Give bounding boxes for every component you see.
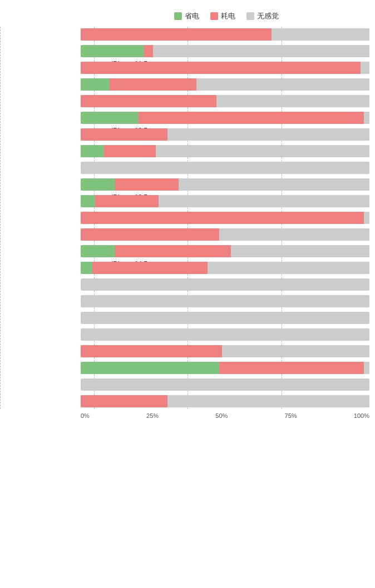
- bar-segment-gray: [81, 328, 369, 341]
- bar-row: iPhone 13 Pro Max: [81, 193, 369, 209]
- bar-row: iPhone 13: [81, 143, 369, 159]
- bar-track: [81, 28, 369, 41]
- bar-segment-red: [81, 62, 361, 74]
- bar-track: [81, 362, 369, 374]
- bar-track: [81, 262, 369, 274]
- bar-segment-red: [81, 95, 216, 107]
- bar-segment-gray: [272, 28, 369, 41]
- bar-row: iPhone 13 mini: [81, 160, 369, 176]
- bar-row: iPhone 12: [81, 77, 369, 92]
- bar-segment-gray: [81, 162, 369, 174]
- bar-segment-red: [104, 145, 156, 157]
- bar-segment-gray: [179, 178, 369, 191]
- bar-row: iPhone SE 第2代: [81, 310, 369, 326]
- legend-color: [174, 12, 182, 20]
- legend-label: 耗电: [221, 11, 235, 21]
- bar-segment-gray: [153, 45, 369, 57]
- legend-color: [210, 12, 218, 20]
- bar-segment-gray: [219, 228, 369, 241]
- bar-track: [81, 128, 369, 141]
- bar-segment-red: [81, 345, 222, 357]
- bar-track: [81, 295, 369, 307]
- bar-row: iPhone 8: [81, 277, 369, 292]
- bar-track: [81, 328, 369, 341]
- bar-segment-green: [81, 112, 139, 124]
- legend-item: 省电: [174, 11, 199, 21]
- legend-color: [246, 12, 254, 20]
- bar-track: [81, 162, 369, 174]
- chart-container: 省电耗电无感觉 iPhone 11iPhone 11 ProiPhone 11 …: [0, 6, 375, 436]
- bar-segment-gray: [81, 278, 369, 291]
- bar-segment-green: [81, 245, 115, 257]
- bar-row: iPhone X: [81, 343, 369, 359]
- bar-segment-green: [81, 178, 115, 191]
- chart-legend: 省电耗电无感觉: [0, 11, 375, 21]
- bar-segment-gray: [81, 312, 369, 324]
- bar-track: [81, 245, 369, 257]
- grid-line: [0, 27, 1, 409]
- chart-area: iPhone 11iPhone 11 ProiPhone 11 Pro Maxi…: [0, 27, 375, 409]
- bar-segment-red: [144, 45, 153, 57]
- bar-segment-red: [81, 228, 219, 241]
- bar-segment-gray: [167, 128, 369, 141]
- bar-track: [81, 278, 369, 291]
- bar-segment-green: [81, 362, 219, 374]
- bar-row: iPhone 14 Pro Max: [81, 260, 369, 276]
- bar-segment-gray: [159, 195, 369, 207]
- bar-segment-gray: [216, 95, 369, 107]
- legend-label: 无感觉: [257, 11, 279, 21]
- bar-segment-red: [81, 28, 272, 41]
- bar-track: [81, 212, 369, 224]
- bar-segment-gray: [231, 245, 369, 257]
- bar-segment-green: [81, 78, 110, 91]
- x-axis-labels: 0%25%50%75%100%: [81, 412, 369, 419]
- x-axis-label: 25%: [146, 412, 159, 419]
- bar-segment-red: [110, 78, 196, 91]
- bar-segment-red: [92, 262, 208, 274]
- bar-track: [81, 378, 369, 391]
- bar-row: iPhone 14 Plus: [81, 227, 369, 242]
- bar-row: iPhone SE 第3代: [81, 327, 369, 342]
- bar-row: iPhone 11 Pro Max: [81, 60, 369, 76]
- bar-track: [81, 145, 369, 157]
- legend-item: 无感觉: [246, 11, 279, 21]
- bar-row: iPhone 14 Pro: [81, 243, 369, 259]
- bar-track: [81, 95, 369, 107]
- bar-track: [81, 195, 369, 207]
- x-axis: 0%25%50%75%100%: [0, 412, 375, 419]
- bar-segment-red: [139, 112, 364, 124]
- bar-segment-gray: [364, 212, 369, 224]
- bar-track: [81, 345, 369, 357]
- bar-segment-gray: [156, 145, 369, 157]
- bar-segment-red: [219, 362, 364, 374]
- bar-segment-gray: [361, 62, 369, 74]
- bar-segment-green: [81, 45, 144, 57]
- bar-segment-green: [81, 262, 92, 274]
- bar-row: iPhone 8 Plus: [81, 293, 369, 309]
- x-axis-label: 50%: [215, 412, 228, 419]
- bar-segment-red: [95, 195, 159, 207]
- bar-track: [81, 78, 369, 91]
- legend-item: 耗电: [210, 11, 235, 21]
- bar-segment-gray: [222, 345, 369, 357]
- bar-segment-red: [81, 128, 167, 141]
- x-axis-label: 0%: [81, 412, 90, 419]
- bar-segment-red: [115, 178, 179, 191]
- x-axis-label: 100%: [354, 412, 369, 419]
- bar-segment-gray: [364, 362, 369, 374]
- bar-track: [81, 62, 369, 74]
- bar-row: iPhone XR: [81, 360, 369, 376]
- legend-label: 省电: [185, 11, 199, 21]
- bar-segment-red: [81, 395, 167, 407]
- bar-segment-gray: [208, 262, 369, 274]
- bar-segment-red: [81, 212, 364, 224]
- bar-track: [81, 178, 369, 191]
- bar-row: iPhone 11 Pro: [81, 43, 369, 59]
- bar-row: iPhone XS: [81, 377, 369, 392]
- bar-row: iPhone XS Max: [81, 393, 369, 409]
- bar-row: iPhone 11: [81, 27, 369, 42]
- x-axis-label: 75%: [285, 412, 297, 419]
- bar-segment-gray: [81, 378, 369, 391]
- bar-track: [81, 395, 369, 407]
- bar-segment-green: [81, 195, 95, 207]
